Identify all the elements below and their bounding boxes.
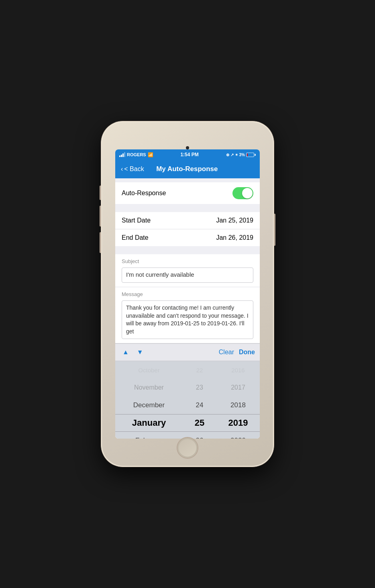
picker-clear-button[interactable]: Clear [219,349,234,356]
spacer-1 [115,204,260,212]
mute-button[interactable] [100,186,101,200]
status-right: ⊕ ↗ ✴ 3% [226,153,256,157]
battery-icon [246,153,256,157]
picker-up-button[interactable]: ▲ [120,348,131,357]
navigation-bar: ‹ < Back My Auto-Response [115,160,260,178]
dates-section: Start Date Jan 25, 2019 End Date Jan 26,… [115,212,260,246]
day-column[interactable]: 22 23 24 25 26 27 28 [183,361,216,439]
signal-bar-3 [122,153,124,157]
message-section: Message Thank you for contacting me! I a… [115,287,260,343]
back-chevron-icon: ‹ [121,165,123,173]
auto-response-section: Auto-Response [115,182,260,204]
home-button[interactable] [177,437,198,459]
year-item-2017[interactable]: 2017 [216,379,260,396]
auto-response-toggle[interactable] [232,187,253,199]
status-time: 1:54 PM [180,152,198,157]
message-input[interactable]: Thank you for contacting me! I am curren… [122,300,253,339]
status-bar: ROGERS 📶 1:54 PM ⊕ ↗ ✴ 3% [115,149,260,160]
date-picker[interactable]: October November December January Februa… [115,361,260,439]
battery-body [246,153,254,157]
phone-frame: ROGERS 📶 1:54 PM ⊕ ↗ ✴ 3% ‹ < [101,121,274,467]
picker-toolbar: ▲ ▼ Clear Done [115,343,260,361]
battery-fill [247,153,248,156]
year-column[interactable]: 2016 2017 2018 2019 2020 2021 2022 [216,361,260,439]
back-label[interactable]: < Back [124,165,144,173]
day-item-23[interactable]: 23 [183,379,216,396]
subject-input[interactable]: I'm not currently available [122,267,253,283]
battery-tip [255,154,256,156]
power-button[interactable] [274,214,275,246]
back-button[interactable]: ‹ < Back [121,165,144,173]
picker-down-button[interactable]: ▼ [135,348,146,357]
auto-response-row: Auto-Response [115,182,260,204]
toggle-knob [242,188,253,198]
day-item-24[interactable]: 24 [183,396,216,414]
end-date-label: End Date [122,234,149,241]
volume-up-button[interactable] [100,206,101,227]
signal-bar-4 [124,152,125,157]
phone-screen: ROGERS 📶 1:54 PM ⊕ ↗ ✴ 3% ‹ < [115,149,260,439]
auto-response-label: Auto-Response [122,190,166,197]
month-column[interactable]: October November December January Februa… [115,361,183,439]
spacer-2 [115,246,260,254]
volume-down-button[interactable] [100,232,101,253]
picker-done-button[interactable]: Done [239,349,255,356]
year-item-2018[interactable]: 2018 [216,396,260,414]
month-item-october[interactable]: October [115,361,183,379]
front-camera [186,146,189,149]
end-date-value: Jan 26, 2019 [216,234,253,241]
gps-icon: ↗ [230,153,234,157]
carrier-name: ROGERS [127,152,146,157]
month-item-january[interactable]: January [115,414,183,432]
start-date-value: Jan 25, 2019 [216,217,253,224]
location-icon: ⊕ [226,153,229,157]
year-item-2020[interactable]: 2020 [216,432,260,439]
month-item-february[interactable]: February [115,432,183,439]
start-date-row[interactable]: Start Date Jan 25, 2019 [115,212,260,229]
day-item-25[interactable]: 25 [183,414,216,432]
year-item-2019[interactable]: 2019 [216,414,260,432]
picker-action-buttons: Clear Done [219,349,255,356]
picker-columns: October November December January Februa… [115,361,260,439]
month-item-november[interactable]: November [115,379,183,396]
wifi-icon: 📶 [148,152,153,157]
year-item-2016[interactable]: 2016 [216,361,260,379]
signal-icon [119,152,125,157]
day-item-22[interactable]: 22 [183,361,216,379]
month-item-december[interactable]: December [115,396,183,414]
page-title: My Auto-Response [144,165,230,173]
end-date-row[interactable]: End Date Jan 26, 2019 [115,229,260,246]
start-date-label: Start Date [122,217,151,224]
battery-percent: 3% [239,153,245,157]
subject-section: Subject I'm not currently available [115,254,260,287]
signal-bar-1 [119,155,120,157]
status-left: ROGERS 📶 [119,152,153,157]
spacer-top [115,178,260,182]
message-label: Message [122,291,253,297]
content-area: Auto-Response Start Date Jan 25, 2019 En… [115,178,260,439]
bluetooth-icon: ✴ [235,153,238,157]
picker-nav-buttons: ▲ ▼ [120,348,146,357]
signal-bar-2 [121,155,122,157]
subject-label: Subject [122,258,253,264]
